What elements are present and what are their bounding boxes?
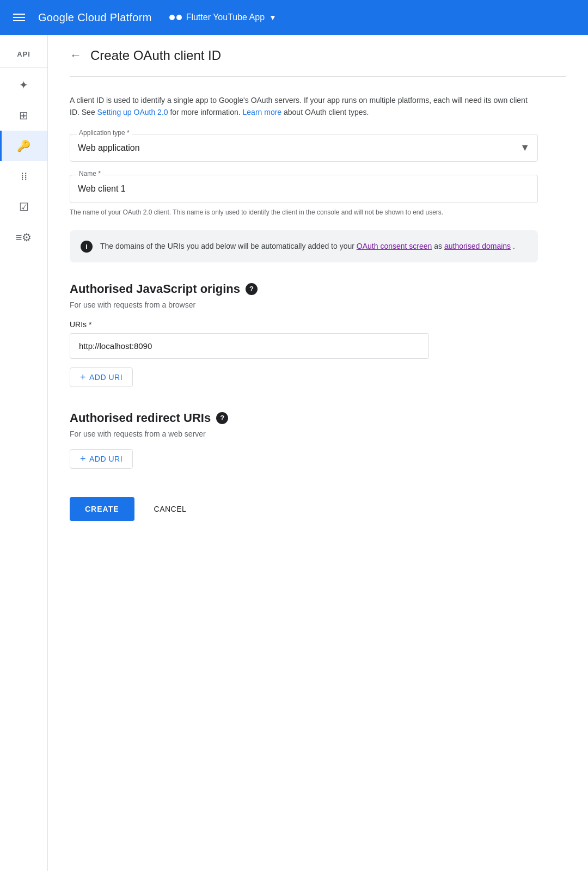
bottom-actions: CREATE CANCEL bbox=[70, 493, 566, 521]
js-origins-help-icon[interactable]: ? bbox=[246, 283, 258, 295]
chevron-down-icon: ▼ bbox=[269, 13, 277, 22]
library-icon: ⁞⁞ bbox=[21, 170, 27, 183]
learn-more-link[interactable]: Learn more bbox=[243, 108, 282, 116]
checklist-icon: ☑ bbox=[19, 200, 29, 213]
app-type-section: Application type Web application Android… bbox=[70, 134, 538, 162]
navbar: Google Cloud Platform Flutter YouTube Ap… bbox=[0, 0, 588, 35]
sidebar: API ✦ ⊞ 🔑 ⁞⁞ ☑ ≡⚙ bbox=[0, 35, 48, 871]
page-header: ← Create OAuth client ID bbox=[70, 35, 566, 77]
api-label: API bbox=[17, 44, 30, 65]
project-name: Flutter YouTube App bbox=[186, 13, 265, 22]
main-layout: API ✦ ⊞ 🔑 ⁞⁞ ☑ ≡⚙ ← Create OAuth client … bbox=[0, 35, 588, 871]
js-origins-add-uri-button[interactable]: + ADD URI bbox=[70, 367, 133, 387]
js-uris-label: URIs * bbox=[70, 320, 566, 329]
sidebar-divider bbox=[0, 67, 47, 68]
info-text-start: The domains of the URIs you add below wi… bbox=[100, 242, 354, 250]
name-label: Name bbox=[77, 170, 103, 177]
info-icon: i bbox=[81, 241, 93, 253]
content-area: ← Create OAuth client ID A client ID is … bbox=[48, 35, 588, 871]
hamburger-menu[interactable] bbox=[9, 9, 29, 26]
app-type-label: Application type bbox=[77, 129, 132, 137]
authorised-domains-link[interactable]: authorised domains bbox=[444, 242, 511, 250]
dashboard-icon: ⊞ bbox=[19, 109, 28, 122]
settings-icon: ≡⚙ bbox=[16, 231, 32, 244]
brand-label: Google Cloud Platform bbox=[38, 11, 152, 24]
redirect-uris-help-icon[interactable]: ? bbox=[216, 412, 228, 424]
redirect-uris-section: Authorised redirect URIs ? For use with … bbox=[70, 411, 566, 488]
back-button[interactable]: ← bbox=[70, 48, 82, 63]
name-field-container: Name bbox=[70, 175, 538, 203]
plus-icon: + bbox=[80, 372, 86, 382]
js-origins-subtitle: For use with requests from a browser bbox=[70, 300, 566, 309]
info-text-end: . bbox=[513, 242, 515, 250]
redirect-plus-icon: + bbox=[80, 454, 86, 464]
cancel-button[interactable]: CANCEL bbox=[143, 497, 198, 521]
app-type-select[interactable]: Web application Android iOS Desktop app bbox=[70, 134, 537, 161]
sidebar-item-settings[interactable]: ≡⚙ bbox=[0, 222, 47, 253]
project-icon bbox=[169, 15, 182, 20]
oauth-consent-link[interactable]: OAuth consent screen bbox=[357, 242, 432, 250]
redirect-uris-subtitle: For use with requests from a web server bbox=[70, 430, 566, 438]
js-origins-title: Authorised JavaScript origins bbox=[70, 282, 240, 296]
uri-required-star: * bbox=[89, 320, 91, 329]
name-section: Name The name of your OAuth 2.0 client. … bbox=[70, 175, 538, 217]
sidebar-item-library[interactable]: ⁞⁞ bbox=[0, 161, 47, 192]
sidebar-item-checklist[interactable]: ☑ bbox=[0, 192, 47, 222]
app-type-field: Application type Web application Android… bbox=[70, 134, 538, 162]
info-box: i The domains of the URIs you add below … bbox=[70, 230, 538, 262]
key-icon: 🔑 bbox=[17, 139, 30, 152]
redirect-uris-title: Authorised redirect URIs bbox=[70, 411, 211, 425]
create-button[interactable]: CREATE bbox=[70, 497, 134, 521]
redirect-uris-add-uri-button[interactable]: + ADD URI bbox=[70, 449, 133, 469]
js-origins-uri-input[interactable] bbox=[70, 333, 429, 359]
redirect-uris-heading: Authorised redirect URIs ? bbox=[70, 411, 566, 425]
sidebar-item-home[interactable]: ✦ bbox=[0, 70, 47, 100]
js-origins-section: Authorised JavaScript origins ? For use … bbox=[70, 282, 566, 407]
js-origins-heading: Authorised JavaScript origins ? bbox=[70, 282, 566, 296]
oauth-setup-link[interactable]: Setting up OAuth 2.0 bbox=[97, 108, 168, 116]
sidebar-item-dashboard[interactable]: ⊞ bbox=[0, 100, 47, 131]
page-title: Create OAuth client ID bbox=[90, 48, 221, 63]
name-hint: The name of your OAuth 2.0 client. This … bbox=[70, 207, 538, 217]
info-text: The domains of the URIs you add below wi… bbox=[100, 240, 515, 252]
sidebar-item-credentials[interactable]: 🔑 bbox=[0, 131, 47, 161]
description-text-end: about OAuth client types. bbox=[284, 108, 369, 116]
add-uri-label: ADD URI bbox=[89, 373, 122, 382]
name-input[interactable] bbox=[70, 175, 537, 203]
home-icon: ✦ bbox=[19, 78, 28, 91]
page-description: A client ID is used to identify a single… bbox=[70, 94, 538, 119]
redirect-add-uri-label: ADD URI bbox=[89, 455, 122, 463]
project-selector[interactable]: Flutter YouTube App ▼ bbox=[169, 13, 277, 22]
description-text-mid: for more information. bbox=[170, 108, 240, 116]
info-text-mid: as bbox=[434, 242, 442, 250]
